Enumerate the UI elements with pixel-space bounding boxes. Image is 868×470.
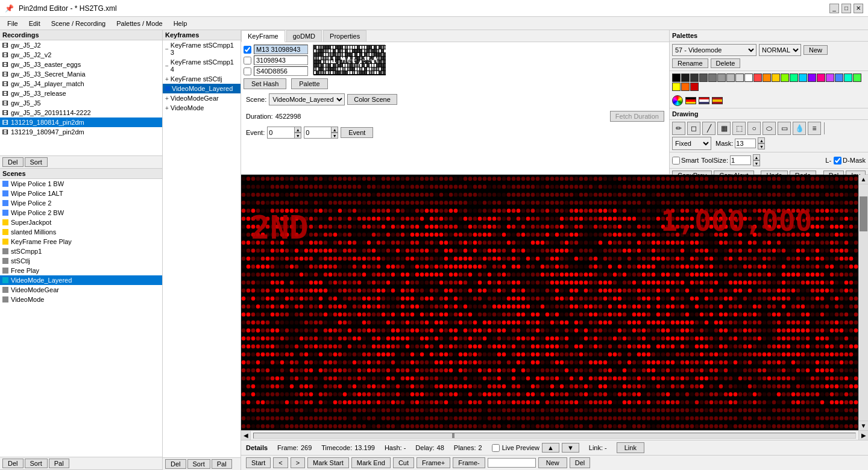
flag-us-icon[interactable] (699, 97, 709, 104)
cut-button[interactable]: Cut (393, 457, 414, 468)
color-swatch[interactable] (853, 74, 861, 82)
recording-item[interactable]: 🎞131219_180814_pin2dm (0, 118, 162, 127)
flag-de-icon[interactable] (685, 97, 696, 104)
color-swatch[interactable] (681, 83, 690, 91)
scene-item[interactable]: SuperJackpot (0, 218, 162, 227)
color-swatch[interactable] (681, 74, 690, 82)
color-swatch[interactable] (772, 74, 780, 82)
link-button[interactable]: Link (617, 442, 644, 453)
color-swatch[interactable] (826, 74, 834, 82)
keyframe-item[interactable]: +VideoModeGear (163, 93, 241, 103)
menu-scene-recording[interactable]: Scene / Recording (46, 19, 111, 28)
event-2-up[interactable]: ▲ (331, 127, 338, 133)
recording-item[interactable]: 🎞gw_J5_J3_easter_eggs (0, 60, 162, 69)
hash-input-2[interactable] (254, 66, 308, 76)
color-swatch[interactable] (726, 74, 735, 82)
color-swatch[interactable] (672, 74, 681, 82)
scene-select[interactable]: VideoMode_Layered (269, 93, 345, 105)
keyframe-item[interactable]: +VideoMode (163, 103, 241, 113)
toolsize-down[interactable]: ▼ (753, 160, 760, 166)
live-preview-checkbox[interactable] (492, 444, 500, 452)
v-scroll-track[interactable] (859, 184, 868, 421)
dmd-canvas-area[interactable] (241, 175, 858, 430)
scenes-pal-button[interactable]: Pal (49, 459, 69, 468)
toolsize-up[interactable]: ▲ (753, 154, 760, 160)
scenes-del-button[interactable]: Del (2, 459, 24, 468)
color-swatch[interactable] (717, 74, 726, 82)
color-swatch[interactable] (744, 74, 753, 82)
color-swatch[interactable] (672, 83, 681, 91)
horizontal-scrollbar[interactable]: ◀ ▶ (241, 430, 868, 440)
recording-item[interactable]: 🎞gw_J5_J5_20191114-2222 (0, 108, 162, 118)
color-swatch[interactable] (690, 83, 699, 91)
mark-end-button[interactable]: Mark End (351, 457, 391, 468)
line-tool[interactable]: ╱ (702, 122, 715, 135)
menu-help[interactable]: Help (169, 19, 192, 28)
palette-new-button[interactable]: New (804, 45, 828, 55)
frame-minus-button[interactable]: Frame- (453, 457, 485, 468)
del-frame-button[interactable]: Del (570, 457, 591, 468)
recordings-del-button[interactable]: Del (2, 157, 24, 167)
color-swatch[interactable] (690, 74, 699, 82)
prev-button[interactable]: < (273, 457, 288, 468)
scene-item[interactable]: Free Play (0, 266, 162, 275)
recording-item[interactable]: 🎞gw_J5_J4_player_match (0, 79, 162, 89)
maximize-button[interactable]: □ (841, 4, 851, 13)
scene-item[interactable]: slanted Millions (0, 227, 162, 237)
event-button[interactable]: Event (341, 127, 373, 138)
color-swatch[interactable] (735, 74, 744, 82)
fill-tool[interactable]: ▦ (717, 122, 731, 135)
v-scroll-up[interactable]: ▲ (859, 175, 868, 184)
keyframes-del-button[interactable]: Del (165, 459, 186, 469)
palette-delete-button[interactable]: Delete (711, 58, 741, 68)
hash-input-1[interactable] (254, 55, 308, 65)
event-1-up[interactable]: ▲ (294, 127, 301, 133)
scene-item[interactable]: VideoMode (0, 295, 162, 304)
color-swatch[interactable] (844, 74, 852, 82)
menu-file[interactable]: File (2, 19, 23, 28)
rect-tool[interactable]: ▭ (778, 122, 791, 135)
mask-up[interactable]: ▲ (758, 137, 765, 143)
menu-edit[interactable]: Edit (24, 19, 45, 28)
recording-item[interactable]: 🎞131219_180947_pin2dm (0, 127, 162, 137)
menu-palettes-mode[interactable]: Palettes / Mode (112, 19, 167, 28)
scene-item[interactable]: Wipe Police 2 (0, 198, 162, 208)
fixed-select[interactable]: Fixed (672, 137, 711, 150)
color-swatch[interactable] (790, 74, 798, 82)
close-button[interactable]: ✕ (854, 4, 863, 13)
next-button[interactable]: > (291, 457, 305, 468)
keyframes-pal-button[interactable]: Pal (212, 459, 232, 469)
color-swatch[interactable] (835, 74, 843, 82)
smart-checkbox[interactable] (672, 157, 680, 164)
lp-up-btn[interactable]: ▲ (542, 443, 559, 453)
scene-item[interactable]: Wipe Police 1ALT (0, 189, 162, 198)
toolsize-input[interactable] (730, 155, 751, 165)
recording-item[interactable]: 🎞gw_J5_J5 (0, 98, 162, 108)
flag-es-icon[interactable] (712, 97, 723, 104)
color-wheel-icon[interactable] (672, 95, 683, 106)
select-tool[interactable]: ⬚ (732, 122, 746, 135)
scene-item[interactable]: stSCmpp1 (0, 246, 162, 256)
h-scroll-track[interactable] (253, 433, 856, 439)
keyframe-item[interactable]: +KeyFrame stSCtlj (163, 74, 241, 84)
color-swatch[interactable] (808, 74, 816, 82)
ellipse-tool[interactable]: ⬭ (763, 122, 776, 135)
v-scroll-down[interactable]: ▼ (859, 421, 868, 430)
hash-checkbox-2[interactable] (244, 67, 251, 75)
palette-rename-button[interactable]: Rename (672, 58, 708, 68)
frame-text-input[interactable] (488, 458, 536, 468)
color-swatch[interactable] (799, 74, 807, 82)
event-2-down[interactable]: ▼ (331, 133, 338, 139)
tab-keyframe[interactable]: KeyFrame (241, 30, 285, 42)
circle-tool[interactable]: ○ (747, 122, 761, 135)
pencil-tool[interactable]: ✏ (672, 122, 685, 135)
scenes-sort-button[interactable]: Sort (25, 459, 48, 468)
vertical-scrollbar[interactable]: ▲ ▼ (858, 175, 868, 430)
lp-down-btn[interactable]: ▼ (562, 443, 579, 453)
event-value-1-input[interactable] (267, 127, 294, 139)
extra-tool[interactable]: ≡ (808, 122, 821, 135)
palette-button[interactable]: Palette (291, 78, 327, 89)
hash-input-0[interactable] (254, 45, 308, 54)
set-hash-button[interactable]: Set Hash (244, 78, 286, 89)
recording-item[interactable]: 🎞gw_J5_J3_Secret_Mania (0, 69, 162, 79)
